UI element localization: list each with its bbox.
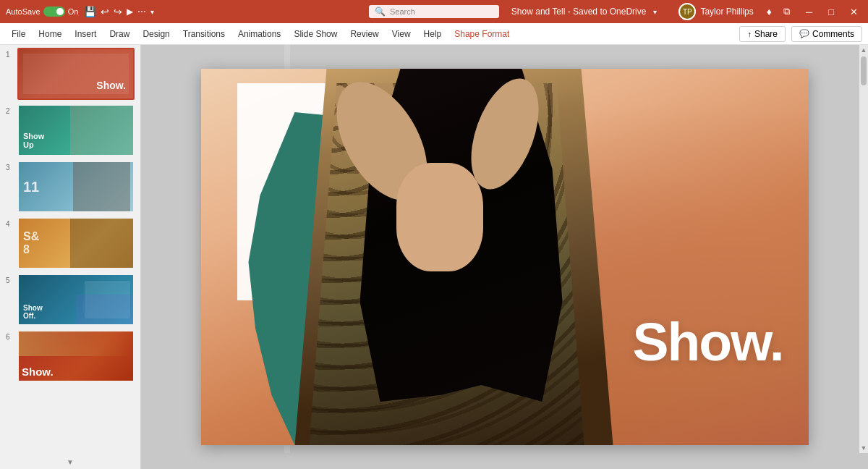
menu-right: ↑ Share 💬 Comments <box>739 26 862 42</box>
right-scrollbar[interactable]: ▲ ▼ <box>859 45 868 453</box>
share-button[interactable]: ↑ Share <box>739 26 786 42</box>
slide-row-3: 3 11 <box>6 161 135 213</box>
title-bar: AutoSave On 💾 ↩ ↪ ▶ ⋯ ▾ 🔍 Search Show an… <box>0 0 868 23</box>
menu-item-help[interactable]: Help <box>418 26 448 42</box>
slide-row-5: 5 ShowOff. <box>6 274 135 326</box>
minimize-icon[interactable]: ─ <box>801 5 817 19</box>
close-icon[interactable]: ✕ <box>846 5 862 19</box>
slide-thumb-3[interactable]: 11 <box>17 161 135 213</box>
maximize-icon[interactable]: □ <box>824 5 838 19</box>
slide-thumb-2[interactable]: ShowUp <box>17 104 135 156</box>
title-dropdown-icon[interactable]: ▾ <box>653 8 657 16</box>
menu-item-draw[interactable]: Draw <box>103 26 135 42</box>
autosave-label: AutoSave <box>6 7 41 16</box>
slide-row-2: 2 ShowUp <box>6 104 135 156</box>
slide-row-1: 1 Show. <box>6 48 135 100</box>
slide-show-text: Show. <box>632 310 783 373</box>
slide-number-4: 4 <box>6 217 13 228</box>
menu-item-home[interactable]: Home <box>33 26 67 42</box>
menu-item-animations[interactable]: Animations <box>232 26 286 42</box>
title-bar-center: 🔍 Search <box>369 5 499 18</box>
slide-number-6: 6 <box>6 330 13 341</box>
panel-scroll-down[interactable]: ▼ <box>6 458 135 466</box>
undo-icon[interactable]: ↩ <box>101 6 109 17</box>
slide-number-1: 1 <box>6 48 13 59</box>
user-area: TP Taylor Phillips <box>678 3 753 20</box>
menu-item-review[interactable]: Review <box>344 26 384 42</box>
user-name: Taylor Phillips <box>700 7 753 17</box>
comments-button[interactable]: 💬 Comments <box>791 26 862 42</box>
slide-thumb-1[interactable]: Show. <box>17 48 135 100</box>
menu-item-shape-format[interactable]: Shape Format <box>448 26 515 42</box>
slide-thumb-4[interactable]: S&8 <box>17 217 135 269</box>
restore-icon[interactable]: ⧉ <box>779 4 794 19</box>
face <box>396 163 483 271</box>
doc-title: Show and Tell - Saved to OneDrive <box>511 7 647 17</box>
title-bar-right: Show and Tell - Saved to OneDrive ▾ TP T… <box>511 3 862 20</box>
autosave-toggle[interactable] <box>43 7 65 17</box>
autosave-group: AutoSave On <box>6 7 78 17</box>
menu-bar: File Home Insert Draw Design Transitions… <box>0 23 868 45</box>
slide-thumb-5[interactable]: ShowOff. <box>17 274 135 326</box>
save-icon[interactable]: 💾 <box>84 6 96 17</box>
slide-canvas[interactable]: Show. <box>201 69 809 445</box>
menu-item-insert[interactable]: Insert <box>69 26 102 42</box>
scrollbar-down-icon[interactable]: ▼ <box>861 444 867 452</box>
menu-item-view[interactable]: View <box>386 26 417 42</box>
title-bar-left: AutoSave On 💾 ↩ ↪ ▶ ⋯ ▾ <box>6 6 154 17</box>
dropdown-icon[interactable]: ▾ <box>150 8 154 16</box>
menu-item-file[interactable]: File <box>6 26 31 42</box>
slide-number-2: 2 <box>6 104 13 115</box>
menu-item-transitions[interactable]: Transitions <box>177 26 231 42</box>
more-options-icon[interactable]: ⋯ <box>137 7 146 17</box>
avatar: TP <box>678 3 696 20</box>
present-icon[interactable]: ▶ <box>127 7 133 17</box>
slide-thumb-6[interactable]: Show. <box>17 330 135 382</box>
slide-number-5: 5 <box>6 274 13 284</box>
search-icon: 🔍 <box>375 7 386 17</box>
comments-icon: 💬 <box>799 29 809 38</box>
menu-item-slideshow[interactable]: Slide Show <box>288 26 343 42</box>
share-icon: ↑ <box>747 30 752 38</box>
menu-item-design[interactable]: Design <box>137 26 175 42</box>
canvas-area: Show. ▲ ▼ <box>141 45 868 469</box>
search-input[interactable]: Search <box>390 7 415 16</box>
slide-number-3: 3 <box>6 161 13 172</box>
scrollbar-thumb[interactable] <box>861 56 867 85</box>
slide-row-6: 6 Show. <box>6 330 135 382</box>
redo-icon[interactable]: ↪ <box>114 6 122 17</box>
autosave-state: On <box>68 7 79 16</box>
scrollbar-up-icon[interactable]: ▲ <box>861 46 867 54</box>
slide-row-4: 4 S&8 <box>6 217 135 269</box>
slide-panel: 1 Show. 2 ShowUp 3 <box>0 45 141 469</box>
search-box[interactable]: 🔍 Search <box>369 5 499 18</box>
main-content: 1 Show. 2 ShowUp 3 <box>0 45 868 469</box>
diamond-icon: ♦ <box>767 6 772 17</box>
